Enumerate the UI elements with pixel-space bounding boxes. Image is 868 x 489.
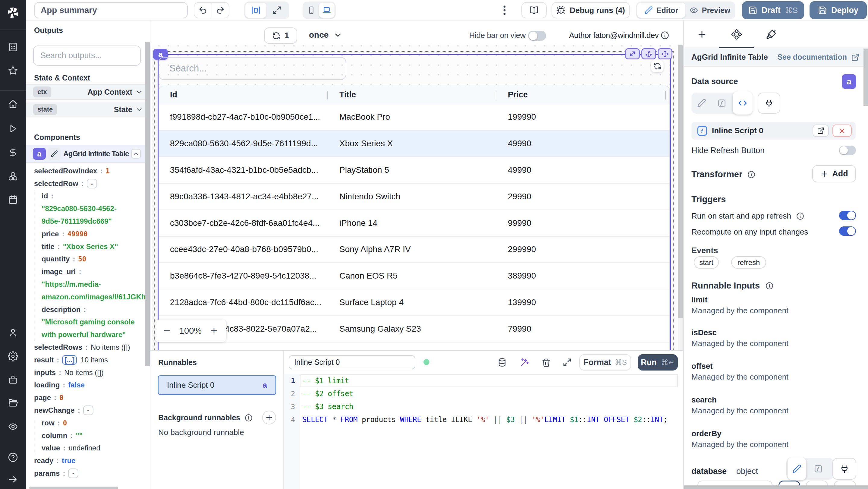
see-documentation-link[interactable]: See documentation bbox=[777, 53, 847, 61]
output-tree-row[interactable]: id: bbox=[26, 190, 148, 203]
table-row[interactable]: b3e864c8-7fe3-4270-89e9-54c12038...Canon… bbox=[159, 263, 670, 289]
column-header-price[interactable]: Price bbox=[508, 86, 528, 104]
sidebar-item-folders[interactable] bbox=[8, 398, 18, 408]
docs-button[interactable] bbox=[521, 2, 547, 19]
expand-editor-button[interactable] bbox=[559, 353, 575, 371]
format-button[interactable]: Format ⌘S bbox=[579, 354, 631, 370]
info-icon[interactable] bbox=[765, 282, 774, 290]
sidebar-item-audit-logs[interactable] bbox=[8, 422, 18, 432]
search-outputs-input[interactable] bbox=[33, 45, 141, 66]
table-row[interactable]: f991898d-cb27-4ac7-b10c-0b9050ce1...MacB… bbox=[159, 104, 670, 131]
mobile-view-button[interactable] bbox=[304, 3, 319, 18]
draft-button[interactable]: Draft ⌘S bbox=[742, 1, 804, 19]
zoom-in-button[interactable] bbox=[210, 327, 218, 335]
sidebar-item-resources[interactable] bbox=[8, 171, 18, 181]
sidebar-item-favorites[interactable] bbox=[8, 65, 18, 76]
canvas-vertical-scrollbar[interactable] bbox=[678, 45, 683, 318]
expand-value-chip[interactable]: [...] bbox=[62, 355, 77, 365]
anchor-component-handle[interactable] bbox=[641, 48, 656, 59]
sidebar-item-apps[interactable] bbox=[8, 42, 18, 52]
expand-value-chip[interactable]: - bbox=[83, 405, 93, 415]
table-row[interactable]: 2128adca-7fc6-44bd-800c-dc115df6ac...Sur… bbox=[159, 289, 670, 316]
output-tree-row[interactable]: row:0 bbox=[26, 417, 148, 429]
column-header-title[interactable]: Title bbox=[339, 86, 356, 104]
static-mode-button[interactable] bbox=[691, 99, 712, 108]
output-tree-row[interactable]: loading:false bbox=[26, 379, 148, 392]
add-background-runnable-button[interactable] bbox=[262, 410, 276, 425]
hide-refresh-toggle[interactable] bbox=[839, 146, 856, 155]
component-output-row[interactable]: a AgGrid Infinite Table bbox=[26, 145, 150, 163]
sidebar-item-settings[interactable] bbox=[8, 351, 18, 362]
state-row[interactable]: state State bbox=[26, 101, 150, 117]
output-tree-row[interactable]: selectedRows:No items ([]) bbox=[26, 341, 148, 354]
center-canvas-button[interactable] bbox=[245, 3, 267, 18]
table-row[interactable]: c303bce7-cb2e-42c6-8fdf-6aa01fc4e4...iPh… bbox=[159, 210, 670, 237]
output-tree-row[interactable]: ready:true bbox=[26, 454, 148, 467]
info-icon[interactable] bbox=[660, 31, 670, 40]
ai-assistant-button[interactable] bbox=[517, 353, 532, 371]
output-tree-row[interactable]: inputs:No items ([]) bbox=[26, 366, 148, 379]
output-tree-row[interactable]: result:[...]10 items bbox=[26, 354, 148, 366]
sidebar-item-user[interactable] bbox=[8, 328, 18, 338]
output-tree-row[interactable]: description: bbox=[26, 303, 148, 316]
ctx-row[interactable]: ctx App Context bbox=[26, 84, 150, 100]
sidebar-item-runs[interactable] bbox=[8, 124, 18, 134]
output-tree-row[interactable]: image_url: bbox=[26, 265, 148, 278]
output-tree-row[interactable]: newChange:- bbox=[26, 404, 148, 417]
outputs-horizontal-scrollbar[interactable] bbox=[29, 487, 118, 489]
output-tree-row[interactable]: column:"" bbox=[26, 429, 148, 442]
table-row[interactable]: f2a91d4-3b7e-4c83-8022-5e70a07a2...Samsu… bbox=[159, 316, 670, 342]
output-tree-row[interactable]: quantity:50 bbox=[26, 253, 148, 266]
refresh-count-box[interactable]: 1 bbox=[264, 27, 297, 44]
table-row[interactable]: 829ca080-5630-4562-9d5e-7611199d...Xbox … bbox=[159, 130, 670, 157]
move-component-handle[interactable] bbox=[658, 48, 673, 59]
expand-value-chip[interactable]: - bbox=[87, 179, 97, 188]
event-refresh-pill[interactable]: refresh bbox=[731, 256, 766, 269]
windmill-logo-icon[interactable] bbox=[6, 6, 20, 20]
rename-component-button[interactable] bbox=[48, 147, 61, 160]
sidebar-item-help[interactable] bbox=[7, 452, 19, 463]
table-row[interactable]: 354f6afd-43ac-4321-b1bc-0b5e5adcb...Play… bbox=[159, 157, 670, 184]
database-connect-mode-button[interactable] bbox=[832, 458, 856, 480]
preview-tab[interactable]: Preview bbox=[685, 3, 734, 18]
output-tree-row[interactable]: selectedRowIndex:1 bbox=[26, 164, 148, 177]
refresh-table-button[interactable] bbox=[651, 60, 664, 72]
output-tree-row[interactable]: title:"Xbox Series X" bbox=[26, 240, 148, 253]
settings-horizontal-scrollbar[interactable] bbox=[684, 485, 868, 489]
run-button[interactable]: Run ⌘↵ bbox=[638, 354, 678, 370]
sidebar-item-workers[interactable] bbox=[8, 375, 18, 385]
hide-bar-toggle[interactable] bbox=[528, 31, 546, 41]
code-mode-button[interactable] bbox=[733, 91, 752, 115]
database-function-mode-button[interactable] bbox=[806, 464, 830, 473]
deploy-button[interactable]: Deploy bbox=[809, 1, 867, 19]
zoom-out-button[interactable] bbox=[163, 327, 171, 335]
debug-runs-button[interactable]: Debug runs (4) bbox=[552, 2, 630, 19]
outputs-vertical-scrollbar[interactable] bbox=[145, 42, 150, 366]
redo-button[interactable] bbox=[212, 3, 229, 18]
insert-component-tab[interactable] bbox=[684, 21, 719, 48]
expand-component-handle[interactable] bbox=[625, 48, 640, 59]
sidebar-item-variables[interactable] bbox=[8, 147, 18, 158]
theme-tab[interactable] bbox=[754, 21, 788, 48]
output-tree-row[interactable]: selectedRow:- bbox=[26, 177, 148, 190]
expand-value-chip[interactable]: - bbox=[68, 468, 79, 478]
table-search-input[interactable] bbox=[158, 57, 346, 80]
recompute-toggle[interactable] bbox=[839, 226, 856, 236]
table-row[interactable]: 89c0a336-1343-4812-ac34-e4bb8e27...Ninte… bbox=[159, 184, 670, 210]
info-icon[interactable] bbox=[796, 212, 804, 220]
info-icon[interactable] bbox=[244, 414, 253, 422]
more-menu-button[interactable] bbox=[500, 5, 509, 16]
expand-canvas-button[interactable] bbox=[267, 3, 287, 18]
run-on-start-toggle[interactable] bbox=[839, 211, 856, 220]
schedule-dropdown[interactable]: once bbox=[309, 30, 342, 40]
column-header-id[interactable]: Id bbox=[170, 86, 177, 104]
inline-script-row[interactable]: Inline Script 0 bbox=[691, 122, 856, 140]
output-tree-row[interactable]: value:undefined bbox=[26, 442, 148, 455]
collapse-component-button[interactable] bbox=[131, 149, 141, 159]
open-script-button[interactable] bbox=[812, 124, 829, 137]
editor-tab[interactable]: Editor bbox=[637, 3, 685, 18]
output-tree-row[interactable]: params:- bbox=[26, 467, 148, 480]
database-schema-button[interactable] bbox=[494, 353, 510, 371]
runnable-item[interactable]: Inline Script 0 a bbox=[158, 375, 276, 395]
table-row[interactable]: ccee43dc-27e0-40a8-b768-b09579b0...Sony … bbox=[159, 237, 670, 263]
